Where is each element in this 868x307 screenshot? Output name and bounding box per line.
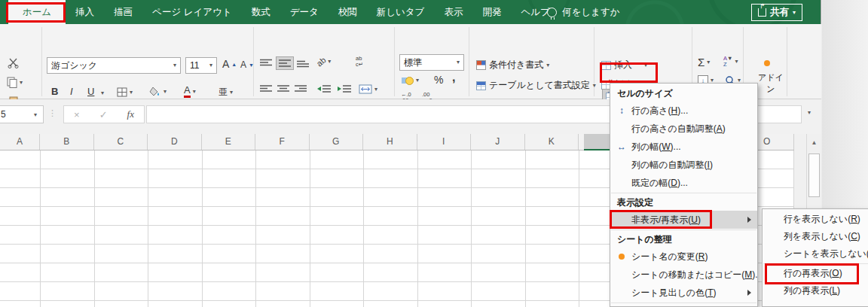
column-header-H[interactable]: H (363, 134, 417, 150)
column-header-I[interactable]: I (417, 134, 472, 150)
borders-button[interactable]: ▾ (117, 87, 133, 97)
format-as-table-button[interactable]: テーブルとして書式設定 ▾ (476, 79, 596, 92)
column-header-B[interactable]: B (40, 134, 94, 150)
ribbon-tab[interactable]: 開発 (472, 0, 511, 24)
autosum-icon: Σ (698, 56, 704, 68)
scrollbar-thumb[interactable] (808, 154, 820, 197)
share-icon (758, 8, 766, 17)
menu-item[interactable]: 既定の幅(D)... (610, 174, 757, 192)
scroll-up-button[interactable]: ▲ (808, 135, 821, 150)
menu-item[interactable]: シートの移動またはコピー(M)... (610, 266, 757, 284)
middle-align-button-selected[interactable] (277, 57, 293, 69)
cut-button[interactable] (8, 57, 19, 68)
menu-item[interactable]: ↔列の幅(W)... (610, 138, 757, 156)
menu-section-header: シートの整理 (610, 231, 757, 248)
bold-button[interactable]: B (51, 86, 58, 97)
ribbon-tab[interactable]: 表示 (434, 0, 472, 24)
ribbon-tab[interactable]: 新しいタブ (367, 0, 435, 24)
copy-button[interactable]: ▾ (7, 77, 23, 88)
submenu-item[interactable]: 行を表示しない(R) (763, 211, 868, 228)
number-format-combo[interactable]: 標準 ▾ (399, 54, 464, 71)
menu-item[interactable]: 行の高さの自動調整(A) (610, 120, 757, 138)
merge-center-button[interactable]: ▾ (359, 84, 377, 94)
name-box[interactable]: 5 ▾ (0, 105, 44, 123)
menu-section-header: 保護 (610, 304, 757, 307)
bottom-align-button[interactable] (296, 59, 310, 68)
increase-indent-button[interactable] (337, 84, 352, 93)
submenu-item[interactable]: シートを表示しない(S) (763, 245, 868, 263)
column-header-J[interactable]: J (471, 134, 525, 150)
font-size-combo[interactable]: 11 ▾ (185, 57, 217, 74)
conditional-formatting-button[interactable]: 条件付き書式 ▾ (476, 59, 549, 71)
cancel-button[interactable]: × (74, 109, 80, 120)
underline-menu-chevron[interactable]: ▾ (101, 90, 104, 96)
ribbon-tab[interactable]: 描画 (104, 0, 142, 24)
fill-color-button[interactable]: ▾ (149, 87, 167, 97)
align-left-button[interactable] (259, 84, 273, 93)
ribbon-tab[interactable]: 挿入 (66, 0, 104, 24)
decrease-font-size-button[interactable]: A▼ (240, 59, 254, 70)
chevron-down-icon: ▾ (173, 62, 176, 68)
decrease-indent-button[interactable] (316, 84, 332, 93)
column-header-E[interactable]: E (202, 134, 256, 150)
font-color-icon: A (184, 85, 191, 98)
column-header-C[interactable]: C (94, 134, 148, 150)
ribbon-tab[interactable]: ページ レイアウト (142, 0, 242, 24)
submenu-item-label: 行を表示しない(R) (784, 211, 860, 228)
fill-color-icon (149, 87, 161, 97)
submenu-item[interactable]: 列を表示しない(C) (763, 228, 868, 245)
insert-cells-button[interactable]: 挿入 ▾ (601, 59, 657, 71)
format-as-table-icon (476, 81, 486, 90)
menu-item[interactable]: ↕行の高さ(H)... (610, 102, 757, 120)
scissors-icon (8, 57, 19, 68)
formula-bar-expand-chevron[interactable]: ▾ (808, 110, 811, 116)
increase-font-size-button[interactable]: A▲ (222, 58, 237, 70)
group-divider (787, 27, 787, 96)
sort-filter-button[interactable]: A▼Z ▾ (723, 56, 738, 68)
sort-filter-icon: A▼Z (723, 56, 732, 68)
comma-style-button[interactable]: , (452, 71, 455, 84)
percent-style-button[interactable]: % (434, 74, 443, 86)
column-header-F[interactable]: F (255, 134, 310, 150)
column-header-K[interactable]: K (525, 134, 579, 150)
phonetic-guide-button[interactable]: 亜 ▾ (219, 86, 233, 99)
addins-button[interactable]: アドイン (756, 72, 785, 95)
share-button[interactable]: 共有 ▾ (751, 4, 802, 21)
menu-item[interactable]: 列の幅の自動調整(I) (610, 156, 757, 174)
formula-bar-grip[interactable]: ⋮ (48, 108, 57, 118)
autosum-button[interactable]: Σ ▾ (698, 56, 710, 68)
gridline (525, 150, 526, 307)
ribbon-tab[interactable]: データ (280, 0, 329, 24)
orientation-button[interactable]: ab ▾ (316, 57, 331, 66)
borders-icon (117, 87, 127, 97)
menu-item[interactable]: 非表示/再表示(U) (610, 211, 757, 229)
column-header-D[interactable]: D (148, 134, 202, 150)
menu-item-label: シート名の変更(R) (631, 248, 708, 266)
font-name-combo[interactable]: 游ゴシック ▾ (47, 57, 181, 74)
menu-item[interactable]: シート名の変更(R) (610, 248, 757, 266)
ribbon-tab[interactable]: 数式 (242, 0, 280, 24)
align-right-button[interactable] (294, 84, 307, 93)
currency-icon (402, 75, 414, 85)
tell-me-box[interactable]: 何をしますか (547, 0, 619, 24)
accounting-format-button[interactable]: ▾ (402, 75, 419, 85)
column-header-G[interactable]: G (310, 134, 364, 150)
gridline (471, 150, 472, 307)
insert-function-button[interactable]: fx (127, 108, 134, 120)
submenu-item[interactable]: 行の再表示(O) (763, 265, 868, 282)
menu-item-label: 行の高さの自動調整(A) (631, 120, 726, 138)
chevron-down-icon: ▾ (230, 90, 233, 96)
underline-button[interactable]: U (87, 86, 94, 97)
align-center-button[interactable] (277, 84, 290, 93)
menu-item-label: 非表示/再表示(U) (631, 211, 701, 229)
ribbon-tab-active[interactable]: ホーム (8, 0, 66, 24)
submenu-item[interactable]: 列の再表示(L) (763, 282, 868, 299)
menu-item[interactable]: シート見出しの色(T) (610, 284, 757, 302)
font-color-button[interactable]: A ▾ (184, 85, 196, 98)
column-header-A[interactable]: A (0, 134, 40, 150)
wrap-text-button[interactable]: abc↵ (356, 56, 363, 68)
top-align-button[interactable] (259, 59, 273, 68)
italic-button[interactable]: I (70, 86, 73, 97)
ribbon-tab[interactable]: 校閲 (329, 0, 367, 24)
enter-button[interactable]: ✓ (99, 109, 108, 120)
